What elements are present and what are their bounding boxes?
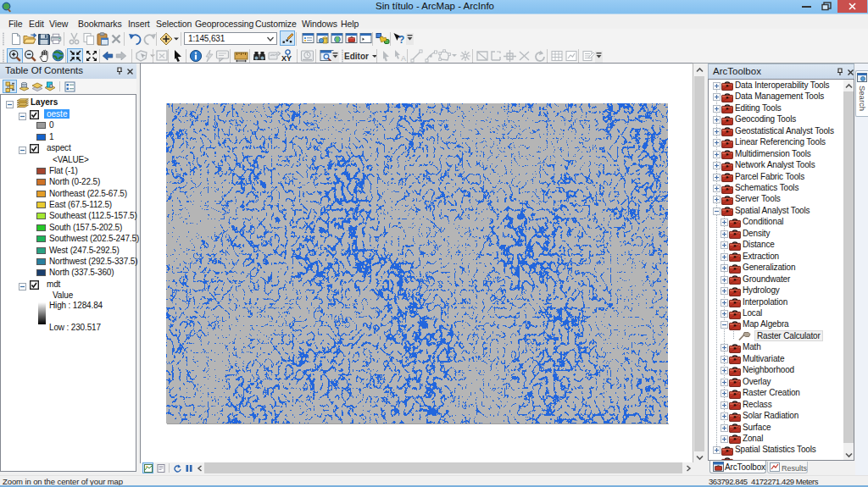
svg-text:XY: XY: [281, 54, 292, 63]
svg-text:A: A: [401, 54, 406, 63]
svg-text:?: ?: [398, 34, 404, 46]
